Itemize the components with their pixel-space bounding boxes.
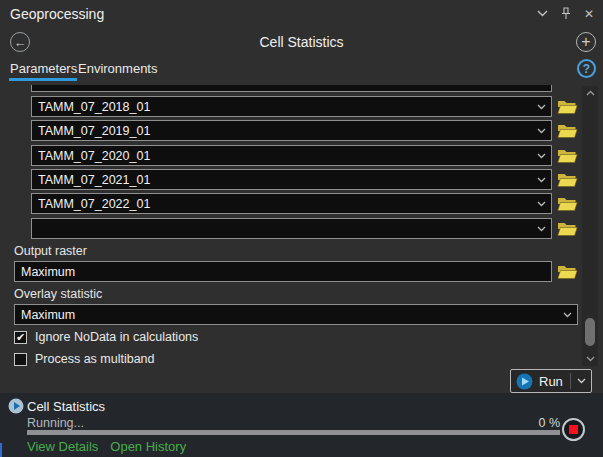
parameters-panel: TAMM_07_2018_01 TAMM_07_2019_01 TAMM_07_… [0, 84, 603, 393]
window-edge-accent [0, 443, 2, 457]
chevron-down-icon [537, 128, 546, 134]
output-raster-label: Output raster [14, 244, 87, 258]
back-button[interactable]: ← [10, 32, 30, 52]
geoprocessing-pane: Geoprocessing ✕ Cell Statistics ← + Para… [0, 0, 603, 457]
chevron-down-icon [537, 201, 546, 207]
progress-bar [27, 430, 560, 435]
pane-title: Geoprocessing [10, 6, 104, 22]
browse-folder-icon[interactable] [557, 123, 578, 139]
raster-combobox[interactable]: TAMM_07_2019_01 [31, 120, 552, 141]
raster-value: TAMM_07_2019_01 [38, 124, 150, 138]
raster-value: TAMM_07_2018_01 [38, 100, 150, 114]
tool-title: Cell Statistics [0, 27, 603, 57]
output-raster-row: Maximum [14, 261, 578, 282]
open-history-link[interactable]: Open History [110, 439, 186, 454]
process-multiband-checkbox[interactable] [14, 353, 27, 366]
browse-folder-icon[interactable] [557, 148, 578, 164]
raster-row: TAMM_07_2018_01 [31, 96, 578, 117]
process-multiband-label: Process as multiband [35, 352, 155, 366]
chevron-down-icon [537, 153, 546, 159]
scroll-down-icon[interactable] [586, 356, 595, 362]
browse-folder-icon[interactable] [557, 172, 578, 188]
browse-folder-icon[interactable] [557, 196, 578, 212]
raster-combobox[interactable]: TAMM_07_2021_01 [31, 169, 552, 190]
raster-row: TAMM_07_2021_01 [31, 169, 578, 190]
scroll-up-icon[interactable] [586, 90, 595, 96]
ignore-nodata-option: ✔ Ignore NoData in calculations [14, 330, 198, 344]
raster-row: TAMM_07_2022_01 [31, 193, 578, 214]
cancel-tool-button[interactable] [562, 418, 585, 441]
raster-combobox[interactable] [31, 218, 552, 239]
running-tool-icon [8, 398, 24, 414]
chevron-down-icon [537, 104, 546, 110]
status-text: Running... [27, 416, 84, 430]
output-raster-input[interactable]: Maximum [14, 261, 552, 282]
overlay-statistic-row: Maximum [14, 304, 578, 325]
chevron-down-icon [563, 312, 572, 318]
running-tool-name: Cell Statistics [27, 399, 105, 414]
ignore-nodata-checkbox[interactable]: ✔ [14, 331, 27, 344]
raster-combobox[interactable]: TAMM_07_2020_01 [31, 145, 552, 166]
raster-row: TAMM_07_2019_01 [31, 120, 578, 141]
pin-icon[interactable] [561, 7, 571, 20]
scrollbar-thumb[interactable] [585, 318, 595, 346]
run-label: Run [539, 374, 564, 389]
raster-row: TAMM_07_2020_01 [31, 145, 578, 166]
tab-environments[interactable]: Environments [78, 61, 157, 76]
run-button[interactable]: Run [510, 369, 592, 393]
browse-folder-icon[interactable] [557, 221, 578, 237]
raster-value: TAMM_07_2022_01 [38, 197, 150, 211]
ignore-nodata-label: Ignore NoData in calculations [35, 330, 198, 344]
tab-parameters[interactable]: Parameters [10, 61, 77, 76]
pane-titlebar: Geoprocessing ✕ [0, 0, 603, 27]
process-multiband-option: Process as multiband [14, 352, 155, 366]
chevron-down-icon [537, 177, 546, 183]
run-options-dropdown[interactable] [570, 373, 586, 389]
browse-folder-icon[interactable] [557, 264, 578, 280]
help-icon[interactable]: ? [577, 59, 596, 78]
tool-progress-panel: Cell Statistics Running... 0 % View Deta… [0, 393, 603, 457]
close-icon[interactable]: ✕ [584, 7, 594, 21]
raster-combobox[interactable]: TAMM_07_2018_01 [31, 96, 552, 117]
chevron-down-icon [537, 226, 546, 232]
raster-row-empty [31, 218, 578, 239]
tab-bar: Parameters Environments ? [0, 57, 603, 84]
vertical-scrollbar[interactable] [582, 86, 598, 366]
raster-value: TAMM_07_2021_01 [38, 173, 150, 187]
chevron-down-icon[interactable] [537, 10, 548, 17]
raster-combobox[interactable]: TAMM_07_2022_01 [31, 193, 552, 214]
clipped-raster-row [31, 85, 552, 92]
stop-icon [569, 425, 578, 434]
run-play-icon [516, 373, 533, 390]
raster-value: TAMM_07_2020_01 [38, 149, 150, 163]
view-details-link[interactable]: View Details [27, 439, 98, 454]
overlay-statistic-label: Overlay statistic [14, 287, 102, 301]
overlay-statistic-dropdown[interactable]: Maximum [14, 304, 578, 325]
progress-percent: 0 % [480, 416, 560, 430]
tool-header: Cell Statistics ← + [0, 27, 603, 57]
output-raster-value: Maximum [21, 265, 75, 279]
overlay-statistic-value: Maximum [21, 308, 75, 322]
active-tab-indicator [9, 78, 77, 81]
browse-folder-icon[interactable] [557, 99, 578, 115]
add-to-project-button[interactable]: + [576, 32, 596, 52]
